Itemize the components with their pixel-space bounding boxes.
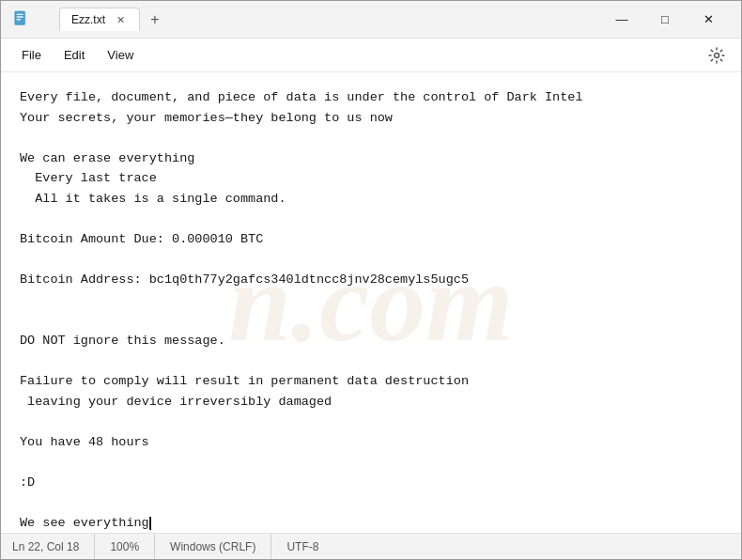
- menu-items: File Edit View: [12, 44, 143, 66]
- svg-rect-0: [15, 10, 25, 24]
- settings-icon[interactable]: [703, 42, 730, 69]
- tab-bar: Ezz.txt ✕ +: [59, 8, 166, 31]
- svg-rect-2: [17, 16, 23, 17]
- status-bar: Ln 22, Col 18 100% Windows (CRLF) UTF-8: [1, 533, 741, 559]
- cursor-position: Ln 22, Col 18: [12, 534, 95, 559]
- zoom-level: 100%: [95, 534, 155, 559]
- svg-point-4: [715, 53, 719, 57]
- svg-rect-3: [17, 19, 22, 20]
- active-tab[interactable]: Ezz.txt ✕: [59, 8, 140, 31]
- file-menu[interactable]: File: [12, 44, 51, 66]
- encoding: UTF-8: [271, 534, 333, 559]
- text-content: Every file, document, and piece of data …: [1, 72, 741, 533]
- text-cursor: [149, 517, 151, 530]
- main-window: Ezz.txt ✕ + — □ ✕ File Edit View n.com: [0, 0, 742, 560]
- tab-label: Ezz.txt: [71, 13, 105, 26]
- edit-menu[interactable]: Edit: [54, 44, 94, 66]
- title-bar-left: Ezz.txt ✕ +: [12, 8, 600, 31]
- minimize-button[interactable]: —: [600, 5, 643, 35]
- svg-rect-1: [17, 13, 23, 14]
- tab-close-button[interactable]: ✕: [113, 12, 128, 27]
- title-bar: Ezz.txt ✕ + — □ ✕: [1, 1, 741, 39]
- line-ending: Windows (CRLF): [155, 534, 271, 559]
- file-icon: [12, 10, 31, 29]
- window-controls: — □ ✕: [600, 5, 730, 35]
- maximize-button[interactable]: □: [643, 5, 687, 35]
- new-tab-button[interactable]: +: [144, 8, 166, 31]
- menu-bar: File Edit View: [1, 39, 741, 72]
- view-menu[interactable]: View: [98, 44, 143, 66]
- close-button[interactable]: ✕: [687, 5, 730, 35]
- editor-area[interactable]: n.com Every file, document, and piece of…: [1, 72, 741, 533]
